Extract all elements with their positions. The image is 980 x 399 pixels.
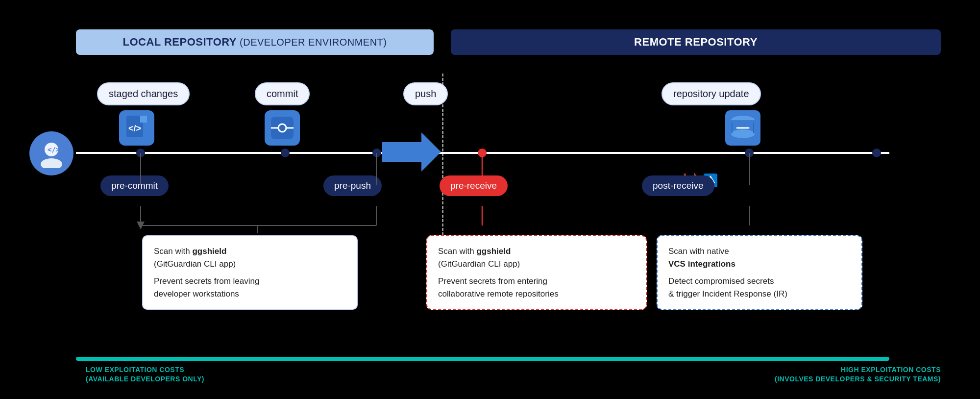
pre-push-label: pre-push	[323, 175, 382, 196]
ggshield-remote-box: Scan with ggshield (GitGuardian CLI app)…	[426, 235, 647, 310]
high-cost-badge: HIGH EXPLOITATION COSTS (INVOLVES DEVELO…	[775, 365, 941, 384]
post-receive-label: post-receive	[642, 175, 714, 196]
pre-receive-label: pre-receive	[440, 175, 508, 196]
diagram-container: LOCAL REPOSITORY (DEVELOPER ENVIRONMENT)…	[0, 0, 980, 399]
push-arrow	[382, 132, 436, 171]
commit-bubble: commit	[255, 82, 310, 105]
remote-banner: REMOTE REPOSITORY	[451, 29, 941, 55]
staged-changes-icon: </>	[119, 110, 154, 146]
dot-pre-receive	[478, 149, 487, 157]
staged-changes-bubble: staged changes	[97, 82, 190, 105]
svg-point-15	[731, 129, 755, 138]
repository-update-bubble: repository update	[662, 82, 761, 105]
dot-post-receive	[745, 149, 754, 157]
dot-commit	[281, 149, 290, 157]
remote-banner-text: REMOTE REPOSITORY	[634, 36, 758, 49]
dot-end	[872, 149, 881, 157]
ggshield-local-box: Scan with ggshield (GitGuardian CLI app)…	[142, 235, 358, 310]
svg-text:</>: </>	[48, 146, 60, 153]
svg-rect-5	[140, 116, 147, 123]
vcs-integrations-box: Scan with native VCS integrations Detect…	[657, 235, 862, 310]
developer-avatar: </>	[29, 131, 74, 175]
svg-point-1	[41, 158, 62, 168]
push-bubble: push	[403, 82, 448, 105]
connectors-svg	[0, 0, 980, 399]
local-banner-text: LOCAL REPOSITORY (DEVELOPER ENVIRONMENT)	[123, 36, 387, 49]
commit-icon	[265, 110, 300, 146]
dot-pre-push	[372, 149, 381, 157]
cost-bar	[76, 357, 889, 361]
repository-icon	[725, 110, 760, 148]
svg-rect-17	[753, 123, 754, 133]
low-cost-badge: LOW EXPLOITATION COSTS (AVAILABLE DEVELO…	[86, 365, 204, 384]
svg-rect-16	[732, 123, 733, 133]
svg-marker-11	[382, 132, 441, 172]
svg-text:</>: </>	[128, 124, 141, 133]
dot-staged	[136, 149, 145, 157]
pre-commit-label: pre-commit	[100, 175, 169, 196]
local-banner: LOCAL REPOSITORY (DEVELOPER ENVIRONMENT)	[76, 29, 434, 55]
